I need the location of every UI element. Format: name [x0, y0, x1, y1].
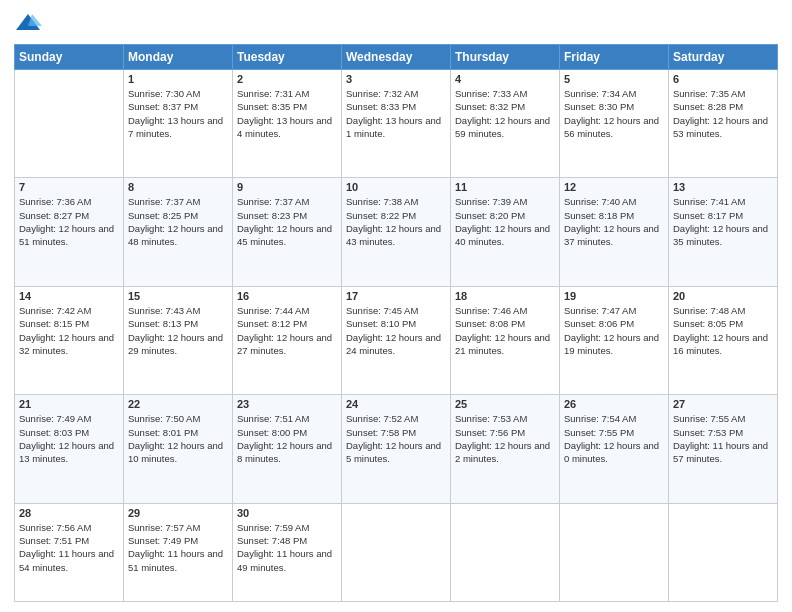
calendar-cell	[15, 70, 124, 178]
calendar-cell: 24Sunrise: 7:52 AMSunset: 7:58 PMDayligh…	[342, 395, 451, 503]
calendar-cell: 17Sunrise: 7:45 AMSunset: 8:10 PMDayligh…	[342, 286, 451, 394]
day-info: Sunrise: 7:47 AMSunset: 8:06 PMDaylight:…	[564, 304, 664, 357]
day-header-sunday: Sunday	[15, 45, 124, 70]
day-number: 13	[673, 181, 773, 193]
day-info: Sunrise: 7:37 AMSunset: 8:23 PMDaylight:…	[237, 195, 337, 248]
logo	[14, 10, 46, 38]
calendar-cell	[669, 503, 778, 601]
calendar-cell: 13Sunrise: 7:41 AMSunset: 8:17 PMDayligh…	[669, 178, 778, 286]
day-number: 27	[673, 398, 773, 410]
day-info: Sunrise: 7:42 AMSunset: 8:15 PMDaylight:…	[19, 304, 119, 357]
calendar-cell	[560, 503, 669, 601]
calendar-cell: 28Sunrise: 7:56 AMSunset: 7:51 PMDayligh…	[15, 503, 124, 601]
day-number: 3	[346, 73, 446, 85]
calendar-cell	[342, 503, 451, 601]
calendar-week-row: 14Sunrise: 7:42 AMSunset: 8:15 PMDayligh…	[15, 286, 778, 394]
day-header-monday: Monday	[124, 45, 233, 70]
day-info: Sunrise: 7:51 AMSunset: 8:00 PMDaylight:…	[237, 412, 337, 465]
day-header-thursday: Thursday	[451, 45, 560, 70]
day-info: Sunrise: 7:50 AMSunset: 8:01 PMDaylight:…	[128, 412, 228, 465]
day-number: 26	[564, 398, 664, 410]
calendar-cell: 1Sunrise: 7:30 AMSunset: 8:37 PMDaylight…	[124, 70, 233, 178]
calendar-cell: 10Sunrise: 7:38 AMSunset: 8:22 PMDayligh…	[342, 178, 451, 286]
day-info: Sunrise: 7:53 AMSunset: 7:56 PMDaylight:…	[455, 412, 555, 465]
calendar-week-row: 21Sunrise: 7:49 AMSunset: 8:03 PMDayligh…	[15, 395, 778, 503]
day-info: Sunrise: 7:32 AMSunset: 8:33 PMDaylight:…	[346, 87, 446, 140]
calendar-cell: 3Sunrise: 7:32 AMSunset: 8:33 PMDaylight…	[342, 70, 451, 178]
day-number: 10	[346, 181, 446, 193]
day-number: 17	[346, 290, 446, 302]
calendar-table: SundayMondayTuesdayWednesdayThursdayFrid…	[14, 44, 778, 602]
calendar-header-row: SundayMondayTuesdayWednesdayThursdayFrid…	[15, 45, 778, 70]
day-number: 29	[128, 507, 228, 519]
day-number: 19	[564, 290, 664, 302]
day-info: Sunrise: 7:49 AMSunset: 8:03 PMDaylight:…	[19, 412, 119, 465]
day-number: 12	[564, 181, 664, 193]
day-info: Sunrise: 7:31 AMSunset: 8:35 PMDaylight:…	[237, 87, 337, 140]
day-info: Sunrise: 7:57 AMSunset: 7:49 PMDaylight:…	[128, 521, 228, 574]
day-info: Sunrise: 7:55 AMSunset: 7:53 PMDaylight:…	[673, 412, 773, 465]
calendar-cell: 19Sunrise: 7:47 AMSunset: 8:06 PMDayligh…	[560, 286, 669, 394]
calendar-cell: 21Sunrise: 7:49 AMSunset: 8:03 PMDayligh…	[15, 395, 124, 503]
day-header-tuesday: Tuesday	[233, 45, 342, 70]
calendar-cell: 12Sunrise: 7:40 AMSunset: 8:18 PMDayligh…	[560, 178, 669, 286]
calendar-cell: 22Sunrise: 7:50 AMSunset: 8:01 PMDayligh…	[124, 395, 233, 503]
day-number: 21	[19, 398, 119, 410]
day-info: Sunrise: 7:41 AMSunset: 8:17 PMDaylight:…	[673, 195, 773, 248]
day-info: Sunrise: 7:40 AMSunset: 8:18 PMDaylight:…	[564, 195, 664, 248]
day-header-friday: Friday	[560, 45, 669, 70]
day-number: 15	[128, 290, 228, 302]
day-info: Sunrise: 7:30 AMSunset: 8:37 PMDaylight:…	[128, 87, 228, 140]
calendar-cell: 4Sunrise: 7:33 AMSunset: 8:32 PMDaylight…	[451, 70, 560, 178]
calendar-cell: 30Sunrise: 7:59 AMSunset: 7:48 PMDayligh…	[233, 503, 342, 601]
day-number: 5	[564, 73, 664, 85]
calendar-cell: 8Sunrise: 7:37 AMSunset: 8:25 PMDaylight…	[124, 178, 233, 286]
calendar-cell: 9Sunrise: 7:37 AMSunset: 8:23 PMDaylight…	[233, 178, 342, 286]
calendar-cell: 14Sunrise: 7:42 AMSunset: 8:15 PMDayligh…	[15, 286, 124, 394]
day-info: Sunrise: 7:48 AMSunset: 8:05 PMDaylight:…	[673, 304, 773, 357]
day-number: 9	[237, 181, 337, 193]
day-number: 16	[237, 290, 337, 302]
day-info: Sunrise: 7:33 AMSunset: 8:32 PMDaylight:…	[455, 87, 555, 140]
calendar-cell: 27Sunrise: 7:55 AMSunset: 7:53 PMDayligh…	[669, 395, 778, 503]
day-number: 7	[19, 181, 119, 193]
day-number: 8	[128, 181, 228, 193]
day-info: Sunrise: 7:44 AMSunset: 8:12 PMDaylight:…	[237, 304, 337, 357]
calendar-cell: 25Sunrise: 7:53 AMSunset: 7:56 PMDayligh…	[451, 395, 560, 503]
day-info: Sunrise: 7:39 AMSunset: 8:20 PMDaylight:…	[455, 195, 555, 248]
calendar-cell: 20Sunrise: 7:48 AMSunset: 8:05 PMDayligh…	[669, 286, 778, 394]
header	[14, 10, 778, 38]
day-info: Sunrise: 7:59 AMSunset: 7:48 PMDaylight:…	[237, 521, 337, 574]
day-number: 14	[19, 290, 119, 302]
calendar-cell: 5Sunrise: 7:34 AMSunset: 8:30 PMDaylight…	[560, 70, 669, 178]
day-header-wednesday: Wednesday	[342, 45, 451, 70]
day-number: 18	[455, 290, 555, 302]
calendar-week-row: 28Sunrise: 7:56 AMSunset: 7:51 PMDayligh…	[15, 503, 778, 601]
page: SundayMondayTuesdayWednesdayThursdayFrid…	[0, 0, 792, 612]
day-info: Sunrise: 7:37 AMSunset: 8:25 PMDaylight:…	[128, 195, 228, 248]
calendar-week-row: 7Sunrise: 7:36 AMSunset: 8:27 PMDaylight…	[15, 178, 778, 286]
day-number: 28	[19, 507, 119, 519]
calendar-cell: 29Sunrise: 7:57 AMSunset: 7:49 PMDayligh…	[124, 503, 233, 601]
day-info: Sunrise: 7:38 AMSunset: 8:22 PMDaylight:…	[346, 195, 446, 248]
day-number: 30	[237, 507, 337, 519]
svg-marker-1	[28, 14, 42, 26]
calendar-cell: 16Sunrise: 7:44 AMSunset: 8:12 PMDayligh…	[233, 286, 342, 394]
day-number: 11	[455, 181, 555, 193]
calendar-cell: 11Sunrise: 7:39 AMSunset: 8:20 PMDayligh…	[451, 178, 560, 286]
day-info: Sunrise: 7:43 AMSunset: 8:13 PMDaylight:…	[128, 304, 228, 357]
day-info: Sunrise: 7:36 AMSunset: 8:27 PMDaylight:…	[19, 195, 119, 248]
day-number: 25	[455, 398, 555, 410]
day-number: 6	[673, 73, 773, 85]
day-header-saturday: Saturday	[669, 45, 778, 70]
calendar-cell: 6Sunrise: 7:35 AMSunset: 8:28 PMDaylight…	[669, 70, 778, 178]
day-info: Sunrise: 7:34 AMSunset: 8:30 PMDaylight:…	[564, 87, 664, 140]
day-number: 4	[455, 73, 555, 85]
day-number: 24	[346, 398, 446, 410]
day-number: 1	[128, 73, 228, 85]
day-number: 22	[128, 398, 228, 410]
logo-icon	[14, 10, 42, 38]
calendar-cell: 18Sunrise: 7:46 AMSunset: 8:08 PMDayligh…	[451, 286, 560, 394]
calendar-cell: 2Sunrise: 7:31 AMSunset: 8:35 PMDaylight…	[233, 70, 342, 178]
calendar-week-row: 1Sunrise: 7:30 AMSunset: 8:37 PMDaylight…	[15, 70, 778, 178]
